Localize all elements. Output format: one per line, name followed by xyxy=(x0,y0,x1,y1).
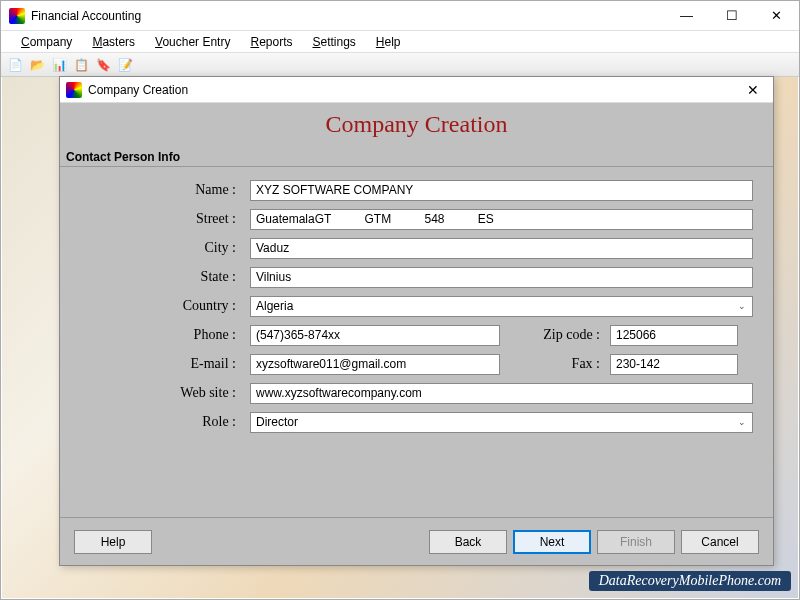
menubar: Company Masters Voucher Entry Reports Se… xyxy=(1,31,799,53)
tool-sheet-icon[interactable]: 📋 xyxy=(71,55,91,75)
dialog-titlebar: Company Creation ✕ xyxy=(60,77,773,103)
email-field[interactable] xyxy=(250,354,500,375)
chevron-down-icon: ⌄ xyxy=(738,417,746,427)
fax-field[interactable] xyxy=(610,354,738,375)
chevron-down-icon: ⌄ xyxy=(738,301,746,311)
country-value: Algeria xyxy=(256,299,293,313)
city-field[interactable] xyxy=(250,238,753,259)
app-icon xyxy=(9,8,25,24)
name-label: Name : xyxy=(80,182,250,198)
website-field[interactable] xyxy=(250,383,753,404)
street-field[interactable] xyxy=(250,209,753,230)
menu-voucher[interactable]: Voucher Entry xyxy=(145,32,240,52)
menu-company[interactable]: Company xyxy=(11,32,82,52)
tool-open-icon[interactable]: 📂 xyxy=(27,55,47,75)
close-button[interactable]: ✕ xyxy=(754,1,799,30)
cancel-button[interactable]: Cancel xyxy=(681,530,759,554)
button-bar: Help Back Next Finish Cancel xyxy=(60,517,773,565)
next-button[interactable]: Next xyxy=(513,530,591,554)
role-label: Role : xyxy=(80,414,250,430)
fax-label: Fax : xyxy=(500,356,610,372)
tool-grid-icon[interactable]: 📊 xyxy=(49,55,69,75)
menu-help[interactable]: Help xyxy=(366,32,411,52)
menu-reports[interactable]: Reports xyxy=(240,32,302,52)
country-select[interactable]: Algeria ⌄ xyxy=(250,296,753,317)
phone-label: Phone : xyxy=(80,327,250,343)
back-button[interactable]: Back xyxy=(429,530,507,554)
help-button[interactable]: Help xyxy=(74,530,152,554)
finish-button[interactable]: Finish xyxy=(597,530,675,554)
state-label: State : xyxy=(80,269,250,285)
maximize-button[interactable]: ☐ xyxy=(709,1,754,30)
dialog-title: Company Creation xyxy=(88,83,733,97)
section-title: Contact Person Info xyxy=(60,148,773,167)
street-label: Street : xyxy=(80,211,250,227)
tool-new-icon[interactable]: 📄 xyxy=(5,55,25,75)
company-creation-dialog: Company Creation ✕ Company Creation Cont… xyxy=(59,76,774,566)
dialog-body: Company Creation Contact Person Info Nam… xyxy=(60,103,773,565)
tool-form-icon[interactable]: 📝 xyxy=(115,55,135,75)
menu-masters[interactable]: Masters xyxy=(82,32,145,52)
role-value: Director xyxy=(256,415,298,429)
email-label: E-mail : xyxy=(80,356,250,372)
city-label: City : xyxy=(80,240,250,256)
window-controls: — ☐ ✕ xyxy=(664,1,799,30)
minimize-button[interactable]: — xyxy=(664,1,709,30)
app-title: Financial Accounting xyxy=(31,9,664,23)
menu-settings[interactable]: Settings xyxy=(302,32,365,52)
dialog-close-button[interactable]: ✕ xyxy=(733,77,773,102)
tool-tag-icon[interactable]: 🔖 xyxy=(93,55,113,75)
watermark: DataRecoveryMobilePhone.com xyxy=(589,571,791,591)
name-field[interactable] xyxy=(250,180,753,201)
dialog-icon xyxy=(66,82,82,98)
state-field[interactable] xyxy=(250,267,753,288)
country-label: Country : xyxy=(80,298,250,314)
form-area: Name : Street : City : State : Country : xyxy=(60,167,773,517)
zip-label: Zip code : xyxy=(500,327,610,343)
role-select[interactable]: Director ⌄ xyxy=(250,412,753,433)
website-label: Web site : xyxy=(80,385,250,401)
zip-field[interactable] xyxy=(610,325,738,346)
main-titlebar: Financial Accounting — ☐ ✕ xyxy=(1,1,799,31)
dialog-heading: Company Creation xyxy=(60,103,773,148)
toolbar: 📄 📂 📊 📋 🔖 📝 xyxy=(1,53,799,77)
main-window: Financial Accounting — ☐ ✕ Company Maste… xyxy=(0,0,800,600)
phone-field[interactable] xyxy=(250,325,500,346)
